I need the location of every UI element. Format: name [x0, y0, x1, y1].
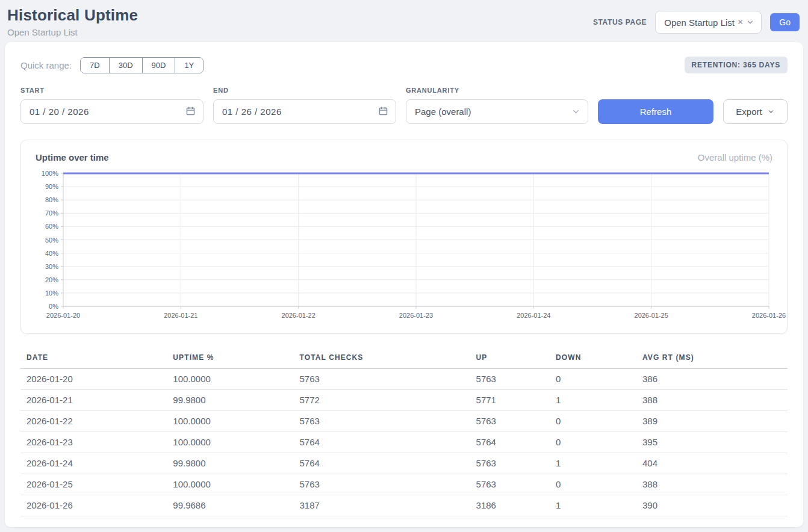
- uptime-chart-card: Uptime over time Overall uptime (%) 0%10…: [20, 140, 788, 334]
- svg-text:2026-01-24: 2026-01-24: [517, 312, 550, 319]
- export-button-label: Export: [736, 107, 762, 117]
- granularity-select[interactable]: Page (overall): [406, 99, 588, 124]
- end-date-field: END 01 / 26 / 2026: [213, 87, 396, 124]
- uptime-panel: Quick range: 7D30D90D1Y RETENTION: 365 D…: [5, 42, 803, 527]
- table-row: 2026-01-23100.0000576457640395: [20, 432, 788, 453]
- retention-badge: RETENTION: 365 DAYS: [685, 57, 788, 73]
- quick-range-30d[interactable]: 30D: [109, 58, 142, 73]
- cell-avg-rt-ms: 404: [636, 453, 788, 474]
- cell-down: 0: [550, 369, 636, 390]
- calendar-icon[interactable]: [378, 106, 388, 118]
- table-header: DATEUPTIME %TOTAL CHECKSUPDOWNAVG RT (MS…: [20, 348, 788, 369]
- table-row: 2026-01-2499.9800576457631404: [20, 453, 788, 474]
- cell-total-checks: 5763: [294, 411, 470, 432]
- cell-up: 5763: [470, 411, 550, 432]
- clear-selection-icon[interactable]: ×: [738, 17, 743, 27]
- cell-uptime-pct: 100.0000: [167, 432, 293, 453]
- cell-total-checks: 5772: [294, 390, 470, 411]
- svg-text:90%: 90%: [45, 183, 58, 190]
- col-header-down: DOWN: [550, 348, 636, 369]
- svg-text:80%: 80%: [45, 196, 58, 203]
- cell-up: 3186: [470, 495, 550, 516]
- table-row: 2026-01-20100.0000576357630386: [20, 369, 788, 390]
- cell-up: 5764: [470, 432, 550, 453]
- quick-range-90d[interactable]: 90D: [142, 58, 175, 73]
- status-page-picker: STATUS PAGE Open Startup List × Go: [593, 11, 800, 34]
- cell-date: 2026-01-20: [20, 369, 167, 390]
- svg-text:2026-01-23: 2026-01-23: [399, 312, 433, 319]
- svg-text:2026-01-26: 2026-01-26: [752, 312, 786, 319]
- col-header-up: UP: [470, 348, 550, 369]
- end-date-input[interactable]: 01 / 26 / 2026: [213, 99, 396, 124]
- cell-avg-rt-ms: 390: [636, 495, 788, 516]
- table-row: 2026-01-25100.0000576357630388: [20, 474, 788, 495]
- export-button[interactable]: Export: [723, 99, 788, 124]
- filter-controls-row: START 01 / 20 / 2026 END 01 / 26 / 2026 …: [20, 87, 788, 124]
- status-page-select[interactable]: Open Startup List ×: [655, 11, 762, 34]
- table-row: 2026-01-2699.9686318731861390: [20, 495, 788, 516]
- refresh-button[interactable]: Refresh: [598, 99, 713, 124]
- table-row: 2026-01-22100.0000576357630389: [20, 411, 788, 432]
- cell-date: 2026-01-26: [20, 495, 167, 516]
- calendar-icon[interactable]: [185, 106, 196, 118]
- chart-header: Uptime over time Overall uptime (%): [36, 152, 772, 162]
- svg-text:2026-01-20: 2026-01-20: [46, 312, 80, 319]
- granularity-field: GRANULARITY Page (overall): [406, 87, 588, 124]
- cell-date: 2026-01-24: [20, 453, 167, 474]
- cell-date: 2026-01-25: [20, 474, 167, 495]
- uptime-line-chart: 0%10%20%30%40%50%60%70%80%90%100%2026-01…: [36, 169, 772, 326]
- cell-uptime-pct: 100.0000: [167, 369, 293, 390]
- cell-avg-rt-ms: 395: [636, 432, 788, 453]
- quick-range-row: Quick range: 7D30D90D1Y RETENTION: 365 D…: [20, 57, 788, 73]
- cell-avg-rt-ms: 389: [636, 411, 788, 432]
- col-header-avg-rt-ms: AVG RT (MS): [636, 348, 788, 369]
- page-header: Historical Uptime Open Startup List STAT…: [0, 0, 808, 37]
- page-subtitle: Open Startup List: [7, 27, 138, 37]
- end-date-label: END: [213, 87, 396, 94]
- table-body: 2026-01-20100.00005763576303862026-01-21…: [20, 369, 788, 516]
- cell-date: 2026-01-21: [20, 390, 167, 411]
- cell-down: 1: [550, 390, 636, 411]
- cell-down: 0: [550, 474, 636, 495]
- svg-text:2026-01-22: 2026-01-22: [282, 312, 315, 319]
- cell-uptime-pct: 99.9800: [167, 390, 293, 411]
- svg-text:2026-01-21: 2026-01-21: [164, 312, 197, 319]
- chevron-down-icon: [571, 107, 580, 116]
- chevron-down-icon: [746, 18, 754, 26]
- quick-range-7d[interactable]: 7D: [81, 58, 109, 73]
- svg-text:40%: 40%: [45, 250, 58, 257]
- quick-range-1y[interactable]: 1Y: [175, 58, 203, 73]
- cell-up: 5763: [470, 453, 550, 474]
- cell-uptime-pct: 99.9686: [167, 495, 293, 516]
- svg-text:10%: 10%: [45, 289, 58, 297]
- cell-total-checks: 3187: [294, 495, 470, 516]
- start-date-input[interactable]: 01 / 20 / 2026: [20, 99, 204, 124]
- svg-text:2026-01-25: 2026-01-25: [635, 312, 668, 319]
- col-header-uptime: UPTIME %: [167, 348, 293, 369]
- chart-legend: Overall uptime (%): [698, 152, 772, 162]
- cell-total-checks: 5763: [294, 369, 470, 390]
- cell-down: 0: [550, 411, 636, 432]
- svg-text:30%: 30%: [45, 263, 58, 270]
- start-date-field: START 01 / 20 / 2026: [20, 87, 204, 124]
- cell-date: 2026-01-22: [20, 411, 167, 432]
- quick-range-group: 7D30D90D1Y: [80, 57, 204, 73]
- svg-text:60%: 60%: [45, 223, 58, 230]
- page-title: Historical Uptime: [7, 6, 138, 25]
- svg-text:0%: 0%: [49, 303, 58, 310]
- start-date-value: 01 / 20 / 2026: [30, 107, 89, 117]
- cell-total-checks: 5764: [294, 453, 470, 474]
- cell-up: 5763: [470, 369, 550, 390]
- granularity-label: GRANULARITY: [406, 87, 588, 94]
- end-date-value: 01 / 26 / 2026: [222, 107, 282, 117]
- quick-range-label: Quick range:: [20, 60, 72, 70]
- svg-text:50%: 50%: [45, 237, 58, 244]
- table-row: 2026-01-2199.9800577257711388: [20, 390, 788, 411]
- uptime-table: DATEUPTIME %TOTAL CHECKSUPDOWNAVG RT (MS…: [20, 348, 788, 516]
- col-header-date: DATE: [20, 348, 167, 369]
- svg-text:70%: 70%: [45, 209, 58, 217]
- cell-up: 5763: [470, 474, 550, 495]
- cell-down: 1: [550, 495, 636, 516]
- cell-date: 2026-01-23: [20, 432, 167, 453]
- go-button[interactable]: Go: [770, 13, 800, 31]
